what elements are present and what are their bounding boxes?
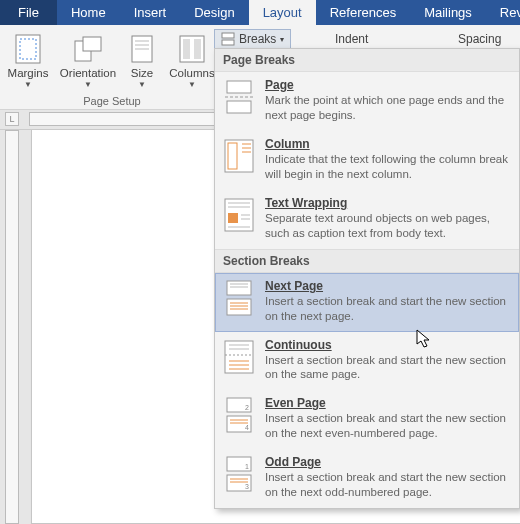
even-page-icon: 24: [223, 396, 255, 434]
indent-label: Indent: [335, 32, 368, 46]
item-desc: Mark the point at which one page ends an…: [265, 93, 511, 123]
ruler-corner[interactable]: L: [5, 112, 19, 126]
orientation-button[interactable]: Orientation ▼: [56, 31, 120, 91]
svg-rect-9: [183, 39, 190, 59]
dropdown-caret-icon: ▼: [138, 80, 146, 89]
item-title: Text Wrapping: [265, 196, 511, 210]
item-title: Page: [265, 78, 511, 92]
svg-rect-28: [227, 281, 251, 295]
item-title: Continuous: [265, 338, 511, 352]
dropdown-caret-icon: ▾: [280, 35, 284, 44]
item-desc: Insert a section break and start the new…: [265, 411, 511, 441]
orientation-icon: [73, 33, 103, 65]
breaks-dropdown: Page Breaks Page Mark the point at which…: [214, 48, 520, 509]
group-label: Page Setup: [4, 95, 220, 109]
ribbon-tabs: File Home Insert Design Layout Reference…: [0, 0, 520, 25]
margins-label: Margins: [8, 67, 49, 79]
menu-item-column[interactable]: Column Indicate that the text following …: [215, 131, 519, 190]
menu-item-text-wrapping[interactable]: Text Wrapping Separate text around objec…: [215, 190, 519, 249]
spacing-label: Spacing: [458, 32, 501, 46]
svg-rect-3: [83, 37, 101, 51]
item-desc: Insert a section break and start the new…: [265, 294, 511, 324]
dropdown-caret-icon: ▼: [84, 80, 92, 89]
margins-button[interactable]: Margins ▼: [4, 31, 52, 91]
orientation-label: Orientation: [60, 67, 116, 79]
page-breaks-header: Page Breaks: [215, 49, 519, 72]
svg-text:4: 4: [245, 424, 249, 431]
dropdown-caret-icon: ▼: [188, 80, 196, 89]
item-title: Even Page: [265, 396, 511, 410]
svg-text:1: 1: [245, 463, 249, 470]
svg-text:3: 3: [245, 483, 249, 490]
item-title: Next Page: [265, 279, 511, 293]
tab-layout[interactable]: Layout: [249, 0, 316, 25]
columns-icon: [179, 33, 205, 65]
menu-item-continuous[interactable]: Continuous Insert a section break and st…: [215, 332, 519, 391]
tab-design[interactable]: Design: [180, 0, 248, 25]
continuous-icon: [223, 338, 255, 376]
svg-rect-12: [222, 40, 234, 45]
tab-home[interactable]: Home: [57, 0, 120, 25]
svg-rect-31: [227, 299, 251, 315]
breaks-label: Breaks: [239, 32, 276, 46]
svg-rect-11: [222, 33, 234, 38]
page-break-icon: [223, 78, 255, 116]
svg-rect-22: [228, 213, 238, 223]
size-button[interactable]: Size ▼: [124, 31, 160, 91]
columns-button[interactable]: Columns ▼: [164, 31, 220, 91]
tab-file[interactable]: File: [0, 0, 57, 25]
tab-review[interactable]: Review: [486, 0, 520, 25]
breaks-icon: [221, 32, 235, 46]
svg-rect-10: [194, 39, 201, 59]
text-wrapping-icon: [223, 196, 255, 234]
svg-text:2: 2: [245, 404, 249, 411]
tab-references[interactable]: References: [316, 0, 410, 25]
menu-item-even-page[interactable]: 24 Even Page Insert a section break and …: [215, 390, 519, 449]
page-setup-group: Margins ▼ Orientation ▼ Size ▼: [0, 25, 224, 109]
item-desc: Separate text around objects on web page…: [265, 211, 511, 241]
section-breaks-header: Section Breaks: [215, 249, 519, 273]
menu-item-odd-page[interactable]: 13 Odd Page Insert a section break and s…: [215, 449, 519, 508]
menu-item-page[interactable]: Page Mark the point at which one page en…: [215, 72, 519, 131]
item-title: Column: [265, 137, 511, 151]
item-desc: Indicate that the text following the col…: [265, 152, 511, 182]
breaks-button[interactable]: Breaks ▾: [214, 29, 291, 49]
columns-label: Columns: [169, 67, 214, 79]
svg-rect-35: [225, 341, 253, 373]
margins-icon: [15, 33, 41, 65]
size-label: Size: [131, 67, 153, 79]
svg-rect-13: [227, 81, 251, 93]
size-icon: [131, 33, 153, 65]
svg-rect-16: [225, 140, 253, 172]
item-desc: Insert a section break and start the new…: [265, 470, 511, 500]
menu-item-next-page[interactable]: Next Page Insert a section break and sta…: [215, 273, 519, 332]
item-title: Odd Page: [265, 455, 511, 469]
odd-page-icon: 13: [223, 455, 255, 493]
ruler-vertical[interactable]: [5, 130, 23, 524]
next-page-icon: [223, 279, 255, 317]
item-desc: Insert a section break and start the new…: [265, 353, 511, 383]
tab-insert[interactable]: Insert: [120, 0, 181, 25]
tab-mailings[interactable]: Mailings: [410, 0, 486, 25]
column-break-icon: [223, 137, 255, 175]
svg-rect-14: [227, 101, 251, 113]
dropdown-caret-icon: ▼: [24, 80, 32, 89]
